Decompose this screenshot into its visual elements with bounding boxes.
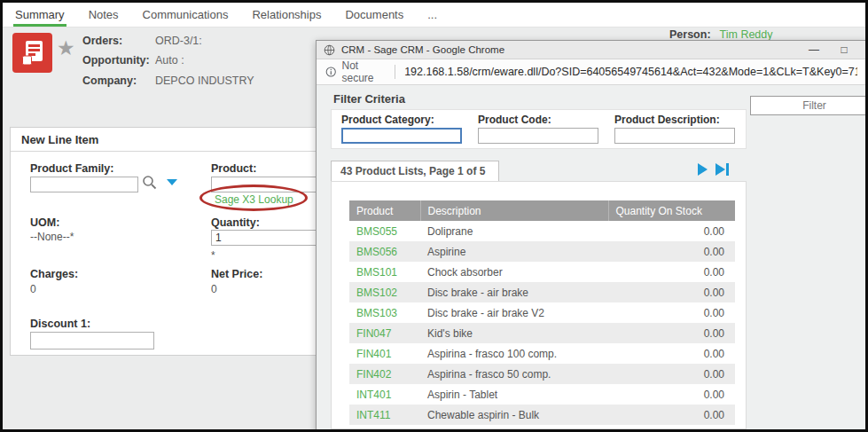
tab-notes[interactable]: Notes	[89, 3, 119, 27]
product-list-tab: 43 Product Lists, Page 1 of 5	[331, 161, 499, 182]
product-input[interactable]	[211, 177, 317, 192]
table-row: FIN401 Aspirina - frasco 100 comp. 0.00	[349, 343, 735, 364]
company-link[interactable]: DEPCO INDUSTRY	[155, 75, 254, 87]
popup-title-bar[interactable]: CRM - Sage CRM - Google Chrome — □	[317, 41, 866, 59]
table-row: BMS103 Disc brake - air brake V2 0.00	[349, 302, 735, 323]
address-bar[interactable]: Not secure 192.168.1.58/crm/eware.dll/Do…	[317, 59, 866, 85]
discount-input[interactable]	[30, 332, 154, 350]
tab-documents[interactable]: Documents	[345, 3, 403, 27]
product-quantity: 0.00	[608, 302, 735, 323]
opportunity-row: Opportunity: Auto :	[82, 54, 184, 67]
opportunity-link[interactable]: Auto :	[155, 54, 184, 67]
filter-criteria-heading: Filter Criteria	[333, 92, 405, 106]
required-marker: *	[211, 249, 215, 262]
product-code-link[interactable]: BMS055	[356, 225, 397, 238]
product-description: Aspirina - frasco 100 comp.	[420, 343, 608, 364]
table-row: INT401 Aspirin - Tablet 0.00	[349, 384, 735, 405]
globe-icon	[324, 44, 335, 56]
product-quantity: 0.00	[608, 343, 735, 364]
product-code-link[interactable]: BMS102	[356, 287, 397, 299]
table-row: BMS101 Chock absorber 0.00	[349, 262, 735, 282]
table-row: BMS056 Aspirine 0.00	[349, 241, 735, 262]
person-label: Person:	[669, 28, 711, 41]
panel-title: New Line Item	[11, 128, 319, 152]
tab-summary[interactable]: Summary	[15, 3, 65, 27]
lookup-popup-window: CRM - Sage CRM - Google Chrome — □ Not s…	[316, 40, 867, 432]
search-icon[interactable]	[142, 175, 157, 193]
product-code-link[interactable]: BMS103	[356, 307, 397, 319]
filter-button[interactable]: Filter	[750, 96, 868, 115]
product-code-label: Product Code:	[478, 114, 598, 126]
next-page-icon[interactable]	[698, 163, 708, 176]
tab-communications[interactable]: Communications	[143, 3, 229, 27]
product-category-field: Product Category:	[341, 114, 462, 144]
chevron-down-icon[interactable]	[167, 179, 177, 185]
product-code-link[interactable]: INT411	[356, 409, 390, 421]
charges-label: Charges:	[30, 268, 78, 280]
product-family-label: Product Family:	[30, 162, 113, 175]
col-header-product[interactable]: Product	[349, 200, 420, 221]
order-entity-icon	[12, 33, 52, 73]
last-page-icon[interactable]	[716, 163, 729, 176]
tab-relationships[interactable]: Relationships	[252, 3, 321, 27]
not-secure-label[interactable]: Not secure	[341, 59, 387, 84]
person-row: Person: Tim Reddy	[669, 28, 773, 41]
uom-label: UOM:	[30, 216, 59, 229]
table-row: BMS055 Doliprane 0.00	[349, 221, 735, 241]
product-code-link[interactable]: BMS101	[356, 266, 397, 279]
product-code-link[interactable]: FIN047	[356, 327, 391, 340]
top-tab-bar: Summary Notes Communications Relationshi…	[3, 3, 865, 27]
tab-more[interactable]: ...	[427, 3, 437, 27]
quantity-label: Quantity:	[211, 216, 260, 229]
quantity-input[interactable]	[211, 230, 317, 246]
product-description: Aspirine	[420, 241, 608, 262]
product-code-input[interactable]	[478, 128, 598, 144]
product-description-input[interactable]	[614, 128, 735, 144]
product-code-link[interactable]: FIN402	[356, 368, 391, 381]
product-description: Disc brake - air brake V2	[420, 302, 608, 323]
document-icon	[20, 40, 45, 67]
product-description-field: Product Description:	[614, 114, 735, 144]
product-quantity: 0.00	[608, 323, 735, 343]
product-quantity: 0.00	[608, 282, 735, 302]
sage-x3-lookup-link[interactable]: Sage X3 Lookup	[215, 193, 293, 206]
product-quantity: 0.00	[608, 384, 735, 405]
product-description: Chock absorber	[420, 262, 608, 282]
product-description: Doliprane	[420, 221, 608, 241]
product-description: Disc brake - air brake	[420, 282, 608, 302]
person-link[interactable]: Tim Reddy	[720, 28, 773, 41]
product-description: Kid's bike	[420, 323, 608, 343]
maximize-icon[interactable]: □	[829, 41, 859, 59]
col-header-quantity[interactable]: Quantity On Stock	[608, 200, 735, 221]
net-price-value: 0	[211, 283, 217, 295]
product-code-link[interactable]: BMS056	[356, 246, 397, 258]
product-quantity: 0.00	[608, 262, 735, 282]
product-description-label: Product Description:	[614, 114, 735, 126]
uom-value: --None--*	[30, 231, 74, 243]
product-family-input[interactable]	[30, 177, 138, 192]
orders-value: ORD-3/1:	[155, 35, 202, 47]
product-code-link[interactable]: FIN401	[356, 348, 391, 360]
pagination	[698, 163, 729, 176]
table-row: INT411 Chewable aspirin - Bulk 0.00	[349, 405, 735, 425]
company-row: Company: DEPCO INDUSTRY	[82, 75, 254, 87]
opportunity-label: Opportunity:	[82, 54, 155, 67]
table-row: BMS102 Disc brake - air brake 0.00	[349, 282, 735, 302]
product-code-field: Product Code:	[478, 114, 598, 144]
product-category-input[interactable]	[341, 128, 462, 144]
favorite-star-icon[interactable]: ★	[57, 36, 75, 60]
product-quantity: 0.00	[608, 364, 735, 384]
crm-screen: Summary Notes Communications Relationshi…	[0, 0, 868, 432]
minimize-icon[interactable]: —	[799, 41, 829, 59]
product-quantity: 0.00	[608, 221, 735, 241]
company-label: Company:	[82, 75, 155, 87]
product-label: Product:	[211, 162, 256, 175]
product-description: Chewable aspirin - Bulk	[420, 405, 608, 425]
col-header-description[interactable]: Description	[420, 200, 608, 221]
discount-label: Discount 1:	[30, 318, 90, 330]
product-description: Aspirina - frasco 50 comp.	[420, 364, 608, 384]
product-code-link[interactable]: INT401	[356, 389, 391, 401]
product-quantity: 0.00	[608, 405, 735, 425]
info-icon	[325, 66, 336, 78]
url-text[interactable]: 192.168.1.58/crm/eware.dll/Do?SID=640565…	[404, 66, 857, 78]
